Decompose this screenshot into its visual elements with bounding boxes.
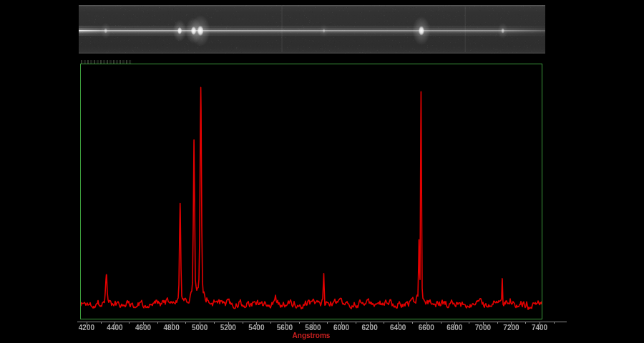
x-axis-label: Angstroms — [80, 332, 542, 339]
x-tick-minor — [356, 322, 356, 324]
x-tick-label: 6400 — [386, 324, 410, 332]
x-tick-label: 6000 — [329, 324, 353, 332]
x-tick-minor — [469, 322, 469, 324]
x-tick-label: 5200 — [216, 324, 240, 332]
x-tick-label: 4400 — [102, 324, 127, 332]
x-tick-minor — [129, 322, 130, 324]
x-axis: 4200440046004800500052005400560058006000… — [0, 0, 644, 343]
x-tick-label: 5600 — [273, 324, 297, 332]
x-tick-minor — [299, 322, 300, 324]
x-tick-label: 7400 — [527, 324, 552, 332]
x-axis-line — [77, 322, 567, 322]
x-tick-minor — [243, 322, 243, 324]
x-tick-minor — [157, 322, 158, 324]
x-tick-minor — [327, 322, 328, 324]
x-tick-minor — [525, 322, 526, 324]
x-tick-label: 5800 — [301, 324, 325, 332]
faint-text-smudge — [81, 60, 132, 64]
x-tick-label: 4600 — [131, 324, 155, 332]
x-tick-label: 6200 — [358, 324, 382, 332]
x-tick-label: 7000 — [471, 324, 495, 332]
x-tick-label: 5400 — [244, 324, 268, 332]
x-tick-minor — [412, 322, 413, 324]
x-tick-label: 7200 — [499, 324, 523, 332]
x-tick-minor — [185, 322, 186, 324]
x-tick-label: 5000 — [187, 324, 212, 332]
x-tick-minor — [441, 322, 441, 324]
x-tick-minor — [384, 322, 384, 324]
x-tick-minor — [270, 322, 271, 324]
x-tick-label: 6600 — [414, 324, 439, 332]
x-tick-minor — [101, 322, 102, 324]
x-tick-minor — [214, 322, 215, 324]
x-tick-minor — [497, 322, 498, 324]
x-tick-label: 4200 — [74, 324, 99, 332]
x-tick-label: 4800 — [160, 324, 184, 332]
spectrum-analysis-page: 4200440046004800500052005400560058006000… — [0, 0, 644, 343]
x-tick-minor — [554, 322, 555, 324]
x-tick-label: 6800 — [442, 324, 467, 332]
